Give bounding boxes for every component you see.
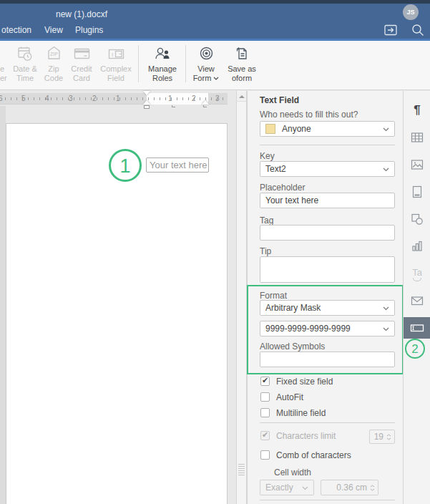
ruler-number: 4 bbox=[45, 94, 49, 103]
annotation-circle-1: 1 bbox=[109, 149, 142, 182]
ruler-number: 2 bbox=[92, 94, 97, 103]
text-form-field[interactable]: Your text here bbox=[146, 158, 209, 173]
splitter-grip[interactable] bbox=[238, 464, 245, 475]
checkbox-unchecked-icon[interactable] bbox=[260, 450, 270, 460]
tab-stop-marker bbox=[203, 105, 207, 107]
placeholder-label: Placeholder bbox=[260, 183, 395, 193]
ruler-number: 2 bbox=[192, 94, 196, 103]
date-time-button[interactable]: Date &Time bbox=[10, 43, 40, 87]
left-indent-marker[interactable] bbox=[143, 100, 150, 105]
menubar: otection View Plugins bbox=[0, 21, 430, 39]
cell-width-value: 0.36 cm bbox=[324, 483, 370, 493]
credit-card-button[interactable]: CreditCard bbox=[67, 43, 96, 87]
fixed-size-label: Fixed size field bbox=[276, 377, 333, 387]
multiline-checkbox-row[interactable]: Multiline field bbox=[260, 407, 326, 418]
menu-item-view[interactable]: View bbox=[44, 24, 63, 36]
chevron-down-icon bbox=[383, 303, 389, 313]
spinner-arrows-icon bbox=[386, 434, 391, 440]
fixed-size-checkbox-row[interactable]: ✔ Fixed size field bbox=[260, 376, 333, 387]
mask-select[interactable]: 9999-9999-9999-9999 bbox=[260, 321, 395, 336]
panel-divider bbox=[260, 422, 395, 423]
format-select[interactable]: Arbitrary Mask bbox=[260, 300, 395, 316]
open-file-location-icon[interactable] bbox=[383, 24, 398, 37]
search-icon[interactable] bbox=[411, 24, 425, 37]
key-select[interactable]: Text2 bbox=[260, 161, 395, 177]
user-avatar[interactable]: JS bbox=[403, 4, 419, 20]
mask-value: 9999-9999-9999-9999 bbox=[265, 324, 383, 334]
text-art-settings-tab[interactable]: Ta bbox=[404, 263, 430, 284]
text-field-settings-panel: Text Field Who needs to fill this out? A… bbox=[247, 91, 403, 504]
tip-label: Tip bbox=[260, 246, 395, 256]
chevron-down-icon bbox=[383, 124, 389, 134]
autofit-label: AutoFit bbox=[276, 392, 303, 402]
toolbar-separator bbox=[185, 45, 186, 82]
shape-icon bbox=[410, 212, 424, 226]
menu-item-protection[interactable]: otection bbox=[1, 24, 31, 36]
format-label: Format bbox=[260, 291, 395, 301]
titlebar: new (1).docxf JS bbox=[0, 4, 430, 21]
who-fills-select[interactable]: Anyone bbox=[260, 121, 395, 137]
manage-roles-button[interactable]: ManageRoles bbox=[142, 43, 182, 87]
toolbar-separator bbox=[138, 45, 139, 82]
right-indent-marker[interactable] bbox=[202, 100, 209, 105]
credit-card-icon bbox=[67, 43, 96, 64]
panel-divider bbox=[260, 145, 395, 145]
autofit-checkbox-row[interactable]: AutoFit bbox=[260, 392, 303, 402]
shape-settings-tab[interactable] bbox=[404, 208, 430, 230]
image-settings-tab[interactable] bbox=[404, 154, 430, 175]
checkbox-checked-icon[interactable]: ✔ bbox=[260, 377, 270, 386]
right-sidebar: ¶ Ta bbox=[403, 91, 430, 504]
table-settings-tab[interactable] bbox=[404, 127, 430, 148]
form-settings-icon bbox=[409, 321, 425, 335]
placeholder-input[interactable]: Your text here bbox=[260, 193, 395, 208]
left-indent-box-marker[interactable] bbox=[144, 105, 150, 109]
envelope-icon bbox=[410, 294, 424, 308]
checkbox-unchecked-icon[interactable] bbox=[260, 392, 270, 402]
paragraph-settings-tab[interactable]: ¶ bbox=[404, 100, 430, 121]
spinner-arrows-icon bbox=[370, 485, 375, 491]
mail-merge-tab[interactable] bbox=[404, 290, 430, 311]
comb-checkbox-row[interactable]: Comb of characters bbox=[260, 450, 351, 460]
complex-field-button[interactable]: I ComplexField bbox=[97, 43, 135, 87]
toolbar-button-clipped-label: e er bbox=[0, 64, 9, 83]
tag-label: Tag bbox=[260, 215, 395, 226]
header-footer-settings-tab[interactable] bbox=[404, 181, 430, 203]
toolbar-button-clipped[interactable]: e er bbox=[0, 43, 9, 87]
tip-input[interactable] bbox=[260, 256, 395, 283]
multiline-label: Multiline field bbox=[276, 408, 326, 418]
application-window: new (1).docxf JS otection View Plugins e… bbox=[0, 0, 430, 504]
panel-title: Text Field bbox=[260, 95, 395, 105]
view-form-button[interactable]: View Form bbox=[189, 43, 223, 87]
horizontal-ruler[interactable]: 6 5 4 3 2 1 1 2 3 bbox=[0, 93, 228, 105]
checkbox-unchecked-icon[interactable] bbox=[260, 408, 270, 417]
allowed-symbols-input[interactable] bbox=[260, 352, 395, 367]
key-label: Key bbox=[260, 151, 395, 161]
form-settings-tab-active[interactable] bbox=[404, 317, 430, 339]
characters-limit-label: Characters limit bbox=[276, 431, 336, 441]
tag-input[interactable] bbox=[260, 225, 395, 241]
save-as-oform-button[interactable]: Save asoform bbox=[224, 43, 260, 87]
zip-code-button[interactable]: ZIP ZipCode bbox=[41, 43, 67, 87]
chart-settings-tab[interactable] bbox=[404, 236, 430, 257]
document-title: new (1).docxf bbox=[56, 7, 107, 21]
view-form-icon bbox=[189, 43, 223, 64]
vertical-ruler[interactable] bbox=[0, 106, 6, 504]
ruler-number: 1 bbox=[168, 94, 172, 103]
characters-limit-value: 19 bbox=[373, 432, 386, 442]
cell-width-mode-select: Exactly bbox=[260, 480, 314, 495]
manage-roles-icon bbox=[142, 43, 182, 64]
cell-width-spinner: 0.36 cm bbox=[321, 480, 378, 495]
image-icon bbox=[410, 158, 424, 172]
document-page[interactable] bbox=[6, 123, 228, 504]
text-art-icon: Ta bbox=[412, 266, 422, 281]
key-value: Text2 bbox=[265, 164, 383, 174]
placeholder-value: Your text here bbox=[265, 195, 389, 205]
scrollbar-up-button[interactable] bbox=[237, 92, 246, 102]
document-scrollbar[interactable] bbox=[236, 91, 247, 504]
chevron-down-icon bbox=[383, 324, 389, 334]
first-line-indent-marker[interactable] bbox=[143, 91, 150, 95]
panel-divider bbox=[260, 500, 395, 500]
format-value: Arbitrary Mask bbox=[265, 303, 383, 313]
role-color-swatch bbox=[265, 124, 275, 134]
menu-item-plugins[interactable]: Plugins bbox=[75, 24, 103, 36]
